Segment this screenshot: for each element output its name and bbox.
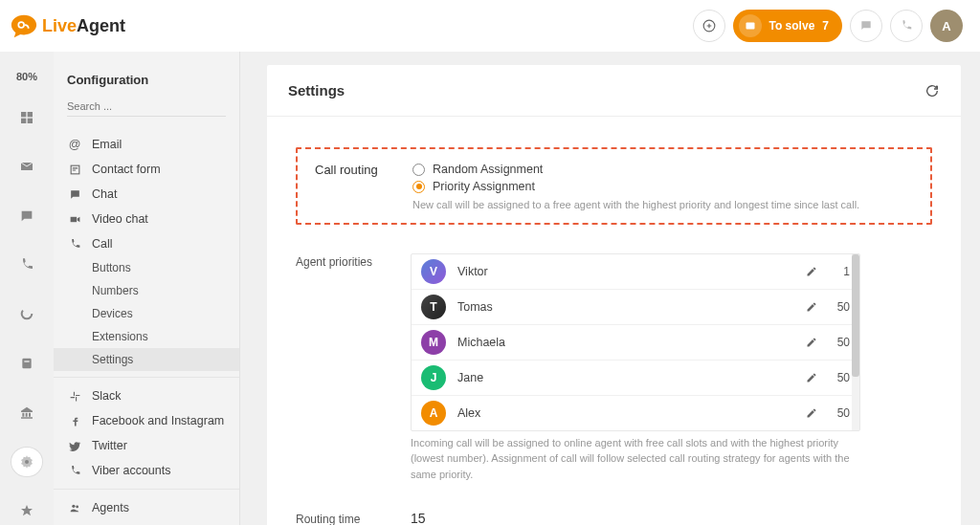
to-solve-count: 7 — [822, 19, 829, 33]
nav-rail: 80% — [0, 52, 54, 525]
logo-icon — [10, 12, 38, 39]
svg-rect-3 — [746, 23, 754, 30]
config-sidebar: Configuration @ Email Contact form Chat … — [54, 52, 240, 525]
sidebar-label: Chat — [92, 187, 117, 201]
sidebar-label: Email — [92, 138, 122, 151]
agent-list: VViktor1TTomas50MMichaela50JJane50AAlex5… — [411, 253, 860, 431]
edit-icon[interactable] — [806, 337, 817, 348]
agent-avatar: V — [421, 259, 446, 284]
rail-star-icon[interactable] — [11, 497, 42, 525]
agent-priority: 50 — [827, 406, 850, 420]
sidebar-item-agents[interactable]: Agents — [54, 495, 239, 520]
sidebar-sub-settings[interactable]: Settings — [54, 348, 239, 371]
sidebar-label: Call — [92, 237, 113, 251]
search-input[interactable] — [67, 97, 226, 117]
to-solve-icon — [739, 14, 762, 37]
facebook-icon — [67, 415, 82, 427]
rail-chat-icon[interactable] — [11, 202, 42, 230]
agent-row[interactable]: JJane50 — [412, 361, 859, 396]
rail-mail-icon[interactable] — [11, 152, 42, 180]
rail-settings-icon[interactable] — [11, 448, 42, 475]
svg-rect-11 — [24, 361, 29, 361]
rail-bank-icon[interactable] — [11, 399, 42, 427]
sidebar-label: Facebook and Instagram — [92, 414, 224, 427]
logo[interactable]: LiveAgent — [10, 12, 125, 39]
sidebar-sub-label: Settings — [92, 353, 133, 366]
phone-top-icon[interactable] — [890, 10, 923, 42]
refresh-button[interactable] — [924, 83, 940, 98]
sidebar-item-facebook[interactable]: Facebook and Instagram — [54, 408, 239, 433]
sidebar-sub-label: Extensions — [92, 330, 148, 343]
radio-label: Random Assignment — [433, 163, 543, 176]
phone-icon — [67, 238, 82, 251]
agent-avatar: A — [421, 401, 446, 426]
rail-dashboard-icon[interactable] — [11, 103, 42, 131]
sidebar-item-departments[interactable]: Departments — [54, 520, 239, 525]
sidebar-title: Configuration — [54, 73, 239, 97]
svg-rect-6 — [21, 118, 26, 122]
sidebar-sub-buttons[interactable]: Buttons — [54, 256, 239, 279]
sidebar-sub-label: Devices — [92, 307, 133, 320]
video-icon — [67, 213, 82, 226]
radio-label: Priority Assignment — [433, 180, 535, 193]
sidebar-sub-numbers[interactable]: Numbers — [54, 279, 239, 302]
agent-row[interactable]: MMichaela50 — [412, 325, 859, 361]
agent-priority: 50 — [827, 300, 850, 314]
sidebar-item-contact-form[interactable]: Contact form — [54, 157, 239, 182]
agent-name: Michaela — [457, 336, 806, 349]
viber-icon — [67, 465, 82, 477]
edit-icon[interactable] — [806, 266, 817, 277]
agent-avatar: J — [421, 365, 446, 390]
call-routing-label: Call routing — [315, 163, 412, 213]
user-avatar[interactable]: A — [930, 10, 963, 42]
sidebar-item-call[interactable]: Call — [54, 231, 239, 256]
call-routing-section: Call routing Random Assignment Priority … — [296, 147, 932, 225]
sidebar-item-viber[interactable]: Viber accounts — [54, 458, 239, 483]
routing-time-section: Routing time 15 Number of seconds after … — [296, 511, 932, 525]
panel-header: Settings — [267, 65, 961, 117]
logo-text: LiveAgent — [42, 16, 125, 36]
form-icon — [67, 164, 82, 176]
sidebar-sub-extensions[interactable]: Extensions — [54, 325, 239, 348]
agent-row[interactable]: TTomas50 — [412, 290, 859, 325]
radio-icon — [412, 164, 425, 176]
routing-time-value[interactable]: 15 — [411, 511, 860, 525]
to-solve-button[interactable]: To solve 7 — [733, 10, 842, 42]
call-routing-helper: New call will be assigned to a free agen… — [412, 197, 859, 213]
add-button[interactable] — [693, 10, 725, 42]
sidebar-sub-label: Numbers — [92, 284, 139, 297]
svg-point-9 — [22, 309, 33, 319]
scrollbar[interactable] — [852, 254, 859, 430]
agent-row[interactable]: AAlex50 — [412, 396, 859, 430]
sidebar-label: Contact form — [92, 163, 161, 176]
edit-icon[interactable] — [806, 301, 817, 313]
sidebar-item-video-chat[interactable]: Video chat — [54, 207, 239, 231]
rail-loading-icon[interactable] — [11, 300, 42, 328]
topbar: LiveAgent To solve 7 A — [0, 0, 980, 52]
radio-priority[interactable]: Priority Assignment — [412, 180, 859, 193]
agent-name: Tomas — [457, 300, 806, 314]
sidebar-item-chat[interactable]: Chat — [54, 182, 239, 207]
rail-contacts-icon[interactable] — [11, 349, 42, 377]
svg-rect-7 — [28, 118, 33, 122]
rail-percent: 80% — [16, 71, 37, 82]
edit-icon[interactable] — [806, 407, 817, 419]
svg-rect-5 — [28, 112, 33, 117]
sidebar-sub-devices[interactable]: Devices — [54, 302, 239, 325]
rail-phone-icon[interactable] — [11, 251, 42, 278]
slack-icon — [67, 390, 82, 403]
edit-icon[interactable] — [806, 372, 817, 383]
radio-random[interactable]: Random Assignment — [412, 163, 859, 176]
sidebar-item-slack[interactable]: Slack — [54, 383, 239, 408]
sidebar-item-twitter[interactable]: Twitter — [54, 433, 239, 458]
chat-top-icon[interactable] — [850, 10, 882, 42]
agent-name: Viktor — [457, 265, 806, 278]
radio-icon — [412, 181, 425, 193]
agent-priorities-label: Agent priorities — [296, 253, 411, 483]
agent-row[interactable]: VViktor1 — [412, 254, 859, 290]
routing-time-label: Routing time — [296, 511, 411, 525]
page-title: Settings — [288, 82, 345, 98]
svg-point-1 — [19, 23, 23, 27]
twitter-icon — [67, 440, 82, 452]
sidebar-item-email[interactable]: @ Email — [54, 132, 239, 157]
